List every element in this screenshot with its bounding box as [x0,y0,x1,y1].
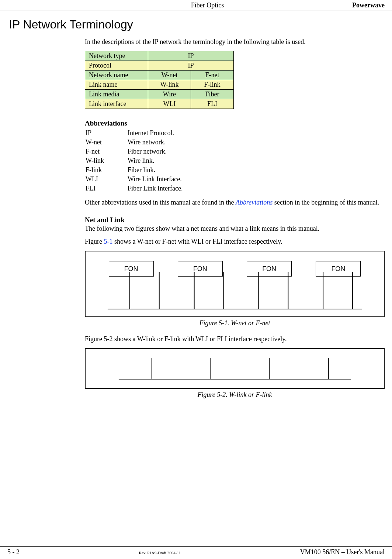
abbr-term: FLI [86,184,127,193]
abbr-row: W-netWire network. [86,138,187,147]
footer-manual-id: VM100 56/EN – User's Manual [300,548,385,556]
table-row: Network type IP [85,51,234,61]
cell-value: IP [148,61,234,71]
terminology-table: Network type IP Protocol IP Network name… [85,51,234,109]
page-header: Fiber Optics Powerwave [0,0,392,10]
header-left-spacer [7,1,63,9]
text: shows a W-net or F-net with WLI or FLI i… [113,238,282,245]
abbr-def: Wire Link Interface. [128,175,187,184]
cell-value: Fiber [191,90,234,99]
netlink-para3: Figure 5-2 shows a W-link or F-link with… [85,335,385,343]
abbr-row: W-linkWire link. [86,157,187,165]
cell-value: Wire [148,90,191,99]
page-title: IP Network Terminology [9,18,392,31]
abbr-def: Wire link. [128,157,187,165]
netlink-heading: Net and Link [85,216,385,224]
cell-label: Link name [85,80,148,90]
cell-value: IP [148,51,234,61]
figure-5-2-caption: Figure 5-2. W-link or F-link [85,391,385,399]
abbr-term: IP [86,129,127,137]
abbr-def: Internet Protocol. [128,129,187,137]
cell-value: F-link [191,80,234,90]
table-row: Link media Wire Fiber [85,90,234,99]
header-brand: Powerwave [352,1,385,9]
figure-5-1-caption: Figure 5-1. W-net or F-net [85,319,385,327]
footer-page-number: 5 - 2 [7,548,20,556]
content-area: In the descriptions of the IP network th… [85,38,385,399]
text: Other abbreviations used in this manual … [85,199,236,206]
abbr-def: Fiber Link Interface. [128,184,187,193]
link-diagram [86,349,384,388]
abbr-def: Wire network. [128,138,187,147]
abbr-def: Fiber network. [128,147,187,156]
abbreviations-heading: Abbreviations [85,119,385,127]
netlink-para2: Figure 5-1 shows a W-net or F-net with W… [85,238,385,246]
cell-label: Network name [85,71,148,80]
text: Figure [85,238,104,245]
cell-label: Network type [85,51,148,61]
abbr-row: FLIFiber Link Interface. [86,184,187,193]
table-row: Link interface WLI FLI [85,99,234,109]
abbr-term: W-link [86,157,127,165]
abbr-term: W-net [86,138,127,147]
figure-5-1: FON FON FON FON [85,251,385,317]
table-row: Link name W-link F-link [85,80,234,90]
abbr-note: Other abbreviations used in this manual … [85,199,385,206]
abbr-row: WLIWire Link Interface. [86,175,187,184]
abbr-row: IPInternet Protocol. [86,129,187,137]
figure-ref-link[interactable]: 5-1 [104,238,113,245]
abbr-row: F-linkFiber link. [86,166,187,174]
cell-value: W-link [148,80,191,90]
abbr-term: WLI [86,175,127,184]
abbr-def: Fiber link. [128,166,187,174]
cell-label: Link interface [85,99,148,109]
header-center: Fiber Optics [63,1,352,9]
netlink-para1: The following two figures show what a ne… [85,225,385,233]
cell-value: F-net [191,71,234,80]
figure-5-2 [85,348,385,389]
footer-revision: Rev. P1A9-Draft 2004-11 [20,551,300,555]
abbreviations-table: IPInternet Protocol. W-netWire network. … [85,128,188,193]
intro-paragraph: In the descriptions of the IP network th… [85,38,385,46]
page-footer: 5 - 2 Rev. P1A9-Draft 2004-11 VM100 56/E… [0,546,392,556]
cell-label: Link media [85,90,148,99]
cell-value: FLI [191,99,234,109]
abbr-term: F-link [86,166,127,174]
text: section in the beginning of this manual. [273,199,379,206]
cell-value: W-net [148,71,191,80]
table-row: Protocol IP [85,61,234,71]
cell-label: Protocol [85,61,148,71]
abbr-row: F-netFiber network. [86,147,187,156]
table-row: Network name W-net F-net [85,71,234,80]
cell-value: WLI [148,99,191,109]
abbr-term: F-net [86,147,127,156]
bus-diagram [86,272,384,313]
abbr-link[interactable]: Abbreviations [236,199,273,206]
